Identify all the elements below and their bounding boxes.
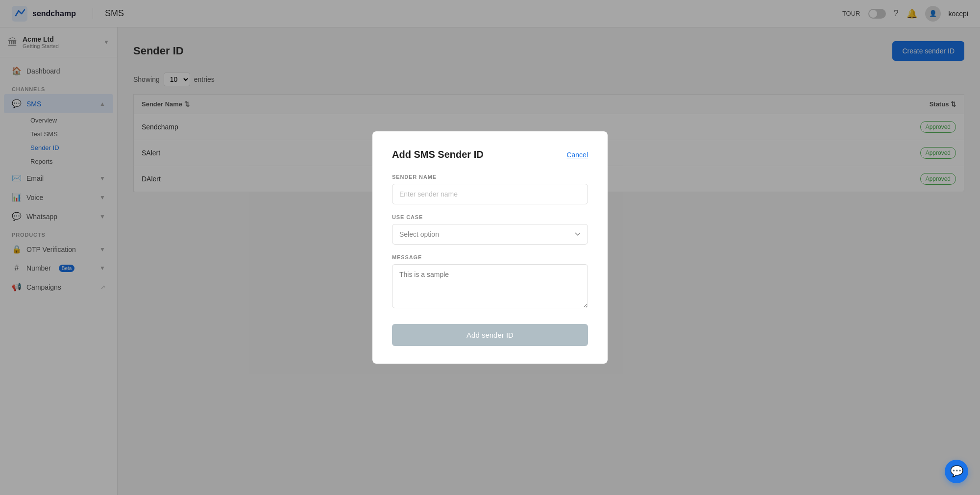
- chat-bubble[interactable]: 💬: [945, 460, 968, 483]
- use-case-group: USE CASE Select option Transactional Pro…: [392, 214, 588, 245]
- use-case-label: USE CASE: [392, 214, 588, 220]
- modal-title: Add SMS Sender ID: [392, 149, 484, 160]
- chat-bubble-icon: 💬: [950, 465, 963, 478]
- message-label: MESSAGE: [392, 254, 588, 260]
- sender-name-group: SENDER NAME: [392, 174, 588, 204]
- use-case-select[interactable]: Select option Transactional Promotional …: [392, 224, 588, 245]
- modal-header: Add SMS Sender ID Cancel: [392, 149, 588, 160]
- message-group: MESSAGE: [392, 254, 588, 310]
- sender-name-input[interactable]: [392, 184, 588, 204]
- add-sender-id-button[interactable]: Add sender ID: [392, 324, 588, 346]
- modal-overlay: Add SMS Sender ID Cancel SENDER NAME USE…: [0, 0, 980, 495]
- message-textarea[interactable]: [392, 264, 588, 308]
- sender-name-label: SENDER NAME: [392, 174, 588, 180]
- modal-cancel-button[interactable]: Cancel: [566, 151, 588, 159]
- add-sender-id-modal: Add SMS Sender ID Cancel SENDER NAME USE…: [372, 131, 608, 364]
